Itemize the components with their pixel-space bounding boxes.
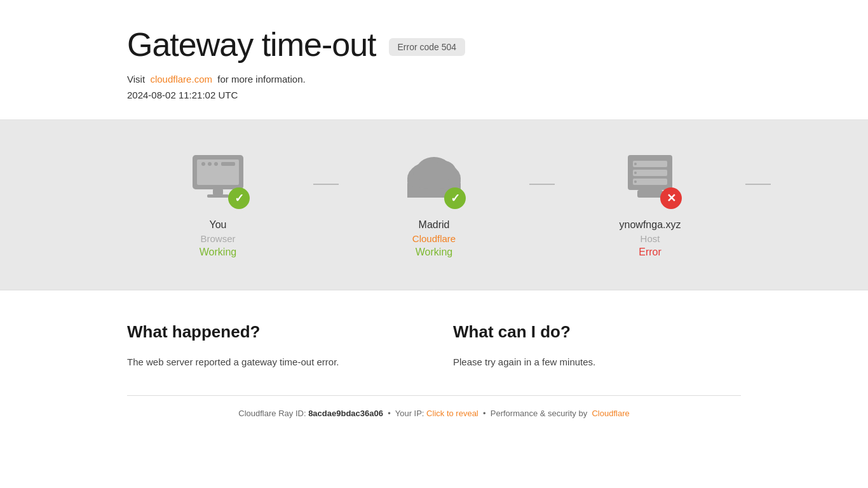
- header-section: Gateway time-out Error code 504 Visit cl…: [0, 0, 868, 120]
- diagram-node-you: ✓ You Browser Working: [110, 146, 326, 258]
- svg-point-4: [214, 162, 218, 166]
- what-can-i-do-text: Please try again in a few minutes.: [453, 355, 741, 370]
- title-row: Gateway time-out Error code 504: [127, 25, 843, 64]
- cloudflare-link[interactable]: cloudflare.com: [150, 74, 212, 85]
- ray-id-value: 8acdae9bdac36a06: [308, 409, 383, 418]
- what-happened-title: What happened?: [127, 322, 415, 342]
- svg-rect-6: [213, 189, 223, 194]
- diagram-node-madrid: ✓ Madrid Cloudflare Working: [326, 146, 542, 258]
- svg-point-20: [634, 163, 637, 165]
- footer-section: Cloudflare Ray ID: 8acdae9bdac36a06 • Yo…: [0, 396, 868, 431]
- server-icon-container: ✕: [618, 146, 682, 209]
- node-name-host: ynowfnga.xyz: [620, 219, 681, 231]
- visit-line: Visit cloudflare.com for more informatio…: [127, 74, 843, 85]
- node-status-host: Error: [639, 247, 661, 258]
- timestamp: 2024-08-02 11:21:02 UTC: [127, 90, 843, 100]
- browser-icon-container: ✓: [186, 146, 250, 209]
- node-type-host: Host: [641, 233, 660, 244]
- your-ip-label: Your IP:: [395, 409, 424, 418]
- perf-text: Performance & security by: [491, 409, 587, 418]
- cloud-icon-container: ✓: [402, 146, 466, 209]
- cloud-status-badge: ✓: [444, 187, 466, 209]
- svg-rect-5: [221, 162, 235, 166]
- node-name-madrid: Madrid: [419, 219, 450, 231]
- svg-rect-7: [207, 194, 229, 198]
- svg-rect-23: [637, 190, 663, 198]
- info-section: What happened? The web server reported a…: [0, 290, 868, 395]
- footer-cloudflare-link[interactable]: Cloudflare: [592, 409, 629, 418]
- svg-rect-18: [633, 170, 667, 176]
- svg-point-21: [634, 172, 637, 174]
- node-type-cloudflare-link[interactable]: Cloudflare: [412, 233, 456, 244]
- svg-point-3: [208, 162, 212, 166]
- page-title: Gateway time-out: [127, 25, 376, 64]
- visit-text-before: Visit: [127, 74, 145, 85]
- svg-rect-19: [633, 179, 667, 185]
- what-happened-text: The web server reported a gateway time-o…: [127, 355, 415, 370]
- reveal-ip-link[interactable]: Click to reveal: [426, 409, 478, 418]
- node-type-browser: Browser: [200, 233, 235, 244]
- ray-id-label: Cloudflare Ray ID:: [238, 409, 306, 418]
- browser-status-badge: ✓: [228, 187, 250, 209]
- node-status-you: Working: [200, 247, 236, 258]
- node-status-madrid: Working: [416, 247, 452, 258]
- what-can-i-do-title: What can I do?: [453, 322, 741, 342]
- svg-rect-17: [633, 161, 667, 167]
- svg-point-22: [634, 180, 637, 183]
- server-status-badge: ✕: [660, 187, 682, 209]
- error-badge: Error code 504: [389, 38, 466, 56]
- info-column-left: What happened? The web server reported a…: [127, 322, 415, 370]
- visit-text-after: for more information.: [217, 74, 305, 85]
- info-column-right: What can I do? Please try again in a few…: [453, 322, 741, 370]
- diagram-node-host: ✕ ynowfnga.xyz Host Error: [542, 146, 758, 258]
- svg-point-2: [201, 162, 205, 166]
- node-name-you: You: [210, 219, 227, 231]
- diagram-pointer: [421, 276, 447, 290]
- diagram-section: ✓ You Browser Working ✓ Madrid Cloudflar…: [0, 120, 868, 290]
